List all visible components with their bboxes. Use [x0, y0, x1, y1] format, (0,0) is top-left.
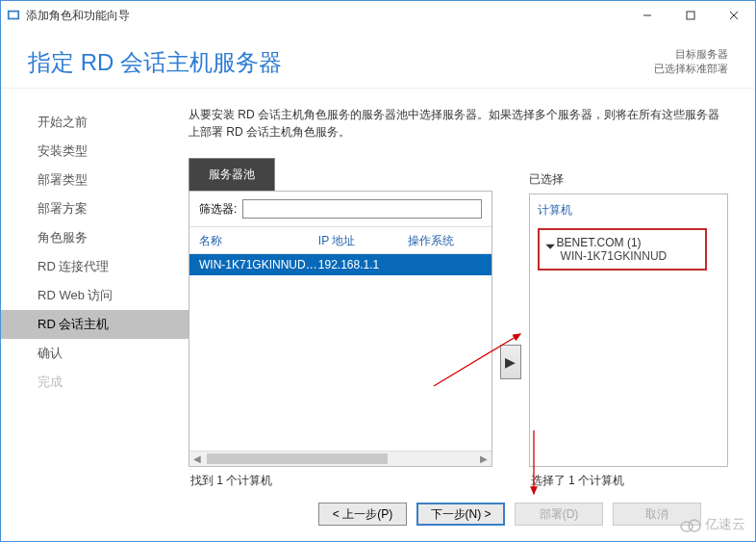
horizontal-scrollbar[interactable]: ◀ ▶: [189, 451, 491, 466]
window-title: 添加角色和功能向导: [26, 8, 625, 24]
col-ip[interactable]: IP 地址: [318, 233, 408, 249]
minimize-button[interactable]: [625, 2, 668, 29]
step-rd-broker[interactable]: RD 连接代理: [1, 252, 189, 281]
svg-rect-1: [10, 13, 18, 18]
step-install-type[interactable]: 安装类型: [1, 137, 189, 166]
computer-header: 计算机: [538, 202, 719, 219]
server-row[interactable]: WIN-1K71GKINNUD.b... 192.168.1.1: [189, 254, 491, 275]
prev-button[interactable]: < 上一步(P): [318, 503, 407, 526]
step-confirm[interactable]: 确认: [1, 339, 189, 368]
titlebar: 添加角色和功能向导: [1, 1, 755, 30]
arrow-right-icon: ▶: [505, 354, 516, 370]
target-sub: 已选择标准部署: [654, 62, 728, 76]
step-rd-web[interactable]: RD Web 访问: [1, 281, 189, 310]
next-button[interactable]: 下一步(N) >: [416, 503, 505, 526]
svg-rect-3: [687, 12, 694, 19]
target-info: 目标服务器 已选择标准部署: [654, 47, 728, 77]
add-server-button[interactable]: ▶: [500, 345, 521, 379]
filter-input[interactable]: [242, 199, 482, 219]
step-rd-session-host[interactable]: RD 会话主机: [1, 310, 189, 339]
col-name[interactable]: 名称: [199, 233, 318, 249]
server-ip: 192.168.1.1: [318, 258, 408, 271]
step-deploy-type[interactable]: 部署类型: [1, 166, 189, 194]
selected-box: 计算机 BENET.COM (1) WIN-1K71GKINNUD: [529, 194, 728, 467]
group-item[interactable]: WIN-1K71GKINNUD: [547, 249, 697, 263]
scroll-right-icon[interactable]: ▶: [476, 452, 491, 466]
scroll-left-icon[interactable]: ◀: [189, 452, 205, 466]
step-complete: 完成: [1, 368, 189, 397]
col-os[interactable]: 操作系统: [408, 233, 482, 249]
selected-group[interactable]: BENET.COM (1) WIN-1K71GKINNUD: [538, 228, 707, 271]
server-pool-box: 筛选器: 名称 IP 地址 操作系统 WIN-1K71GKINNUD.b...: [189, 191, 492, 467]
filter-label: 筛选器:: [199, 201, 237, 218]
found-count: 找到 1 个计算机: [189, 467, 492, 489]
group-title: BENET.COM (1): [547, 236, 697, 249]
server-os: [408, 258, 482, 271]
target-label: 目标服务器: [654, 47, 728, 62]
selected-count: 选择了 1 个计算机: [529, 467, 728, 489]
column-headers: 名称 IP 地址 操作系统: [189, 227, 491, 254]
wizard-steps: 开始之前 安装类型 部署类型 部署方案 角色服务 RD 连接代理 RD Web …: [1, 89, 189, 541]
server-name: WIN-1K71GKINNUD.b...: [199, 258, 318, 271]
instruction-text: 从要安装 RD 会话主机角色服务的服务器池中选择服务器。如果选择多个服务器，则将…: [189, 106, 728, 141]
tab-server-pool[interactable]: 服务器池: [189, 158, 275, 191]
page-title: 指定 RD 会话主机服务器: [28, 47, 282, 78]
maximize-button[interactable]: [668, 2, 712, 29]
step-deploy-scenario[interactable]: 部署方案: [1, 194, 189, 223]
step-before-begin[interactable]: 开始之前: [1, 108, 189, 137]
deploy-button: 部署(D): [515, 503, 603, 526]
cancel-button[interactable]: 取消: [613, 503, 701, 526]
selected-label: 已选择: [529, 158, 728, 188]
close-button[interactable]: [712, 2, 755, 29]
server-list[interactable]: WIN-1K71GKINNUD.b... 192.168.1.1: [189, 254, 491, 451]
scroll-thumb[interactable]: [207, 453, 388, 464]
step-role-services[interactable]: 角色服务: [1, 223, 189, 252]
app-icon: [7, 9, 20, 22]
